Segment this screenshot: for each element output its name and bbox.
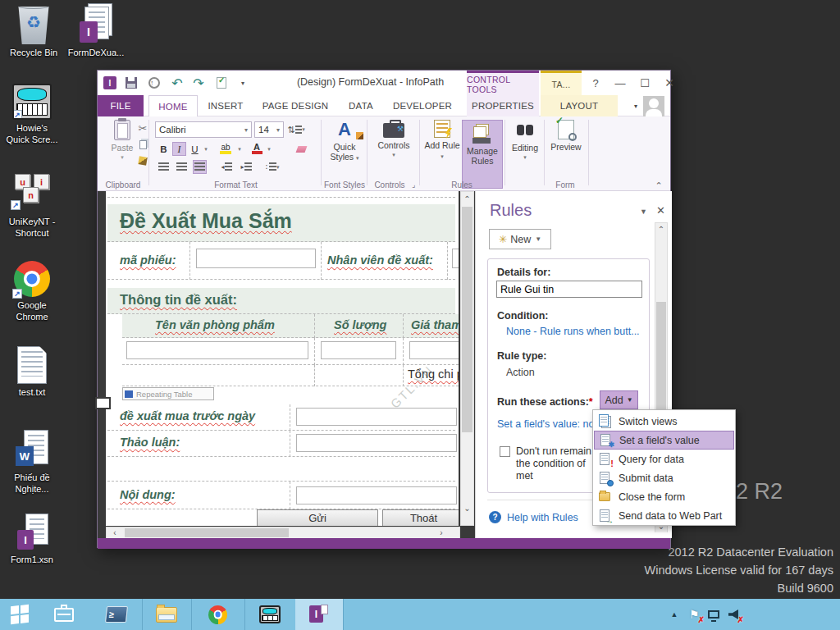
taskbar-server-manager[interactable]: [45, 599, 82, 630]
decrease-indent-icon[interactable]: ◂: [217, 160, 235, 174]
desktop-icon-recycle-bin[interactable]: ♻ Recycle Bin: [2, 3, 66, 58]
menu-item-submit-data[interactable]: Submit data: [594, 468, 734, 487]
ma-phieu-textbox[interactable]: [196, 249, 316, 268]
tab-data[interactable]: DATA: [337, 95, 385, 116]
action-link[interactable]: Set a field's value: no: [497, 418, 594, 430]
highlight-options-arrow-icon[interactable]: ▾: [235, 142, 244, 156]
font-color-button[interactable]: A: [249, 142, 265, 156]
scroll-right-icon[interactable]: ›: [435, 527, 448, 538]
desktop-icon-formdexuat[interactable]: I FormDeXua...: [64, 3, 128, 58]
menu-item-switch-views[interactable]: Switch views: [594, 412, 734, 431]
scrollbar-thumb[interactable]: [125, 528, 289, 537]
ribbon-options-arrow-icon[interactable]: ▾: [629, 95, 642, 116]
pane-menu-arrow-icon[interactable]: ▼: [640, 208, 647, 216]
publish-icon[interactable]: ↑: [145, 75, 163, 91]
scroll-up-icon[interactable]: ⌃: [461, 192, 473, 205]
taskbar-powershell[interactable]: ≥: [97, 599, 136, 630]
repeating-table-tag[interactable]: Repeating Table: [122, 387, 214, 400]
taskbar-file-explorer[interactable]: [142, 599, 191, 630]
tab-file[interactable]: FILE: [98, 95, 144, 116]
desktop-icon-form1xsn[interactable]: I Form1.xsn: [0, 514, 64, 565]
gui-button[interactable]: Gửi: [257, 509, 378, 526]
underline-options-arrow-icon[interactable]: ▾: [202, 142, 210, 156]
table-cell-textbox[interactable]: [321, 341, 396, 359]
form-title-section[interactable]: Đề Xuất Mua Sắm: [107, 204, 455, 242]
menu-item-query-for-data[interactable]: ! Query for data: [594, 450, 734, 468]
scroll-down-icon[interactable]: ⌄: [461, 501, 473, 514]
bullets-icon[interactable]: ∶▾: [262, 160, 283, 174]
qat-customize-icon[interactable]: ▾: [234, 75, 252, 91]
tab-properties[interactable]: PROPERTIES: [467, 95, 539, 116]
de-xuat-ngay-textbox[interactable]: [296, 408, 457, 426]
network-icon[interactable]: [705, 606, 722, 623]
volume-muted-icon[interactable]: ✗: [725, 606, 742, 623]
controls-dialog-launcher-icon[interactable]: ⌟: [409, 180, 418, 189]
clear-formatting-icon[interactable]: [294, 142, 308, 156]
align-left-button[interactable]: [157, 160, 171, 174]
font-size-combo[interactable]: 14▾: [254, 121, 284, 138]
line-spacing-icon[interactable]: ⇅▾: [286, 123, 306, 136]
font-color-options-arrow-icon[interactable]: ▾: [265, 142, 273, 156]
nhan-vien-textbox[interactable]: [452, 249, 459, 268]
action-center-flag-icon[interactable]: ⚑✗: [686, 606, 702, 623]
canvas-vertical-scrollbar[interactable]: ⌃ ⌄: [460, 191, 474, 526]
start-button[interactable]: [0, 599, 39, 630]
rule-name-input[interactable]: [496, 281, 642, 298]
desktop-icon-testtxt[interactable]: test.txt: [0, 346, 64, 398]
taskbar-infopath-active[interactable]: I: [295, 599, 343, 630]
pane-close-icon[interactable]: ✕: [656, 204, 665, 217]
scroll-up-icon[interactable]: ⌃: [655, 223, 667, 235]
repeating-table[interactable]: Tên văn phòng phẩm Số lượng Giá tham: [122, 314, 459, 386]
tab-home[interactable]: HOME: [148, 95, 198, 116]
taskbar-howie[interactable]: [244, 599, 295, 630]
add-action-button[interactable]: Add▼: [600, 390, 638, 409]
minimize-button[interactable]: —: [609, 74, 631, 92]
maximize-button[interactable]: ☐: [634, 74, 655, 92]
menu-item-set-field-value[interactable]: ✱ Set a field's value: [594, 431, 734, 450]
manage-rules-button[interactable]: Manage Rules: [462, 120, 503, 189]
form-section2-header[interactable]: Thông tin đề xuất:: [107, 288, 455, 314]
italic-button[interactable]: I: [172, 142, 186, 156]
design-checker-icon[interactable]: ✓: [212, 75, 231, 91]
canvas-horizontal-scrollbar[interactable]: ‹ ›: [106, 527, 460, 539]
align-right-button[interactable]: [193, 160, 207, 174]
table-cell-textbox[interactable]: [409, 341, 459, 359]
noi-dung-textbox[interactable]: [296, 486, 457, 504]
undo-icon[interactable]: ↶: [168, 75, 186, 91]
menu-item-send-data-to-web-part[interactable]: → Send data to Web Part: [594, 506, 734, 525]
condition-link[interactable]: None - Rule runs when butt...: [506, 326, 640, 337]
collapse-ribbon-icon[interactable]: ⌃: [652, 180, 665, 191]
menu-item-close-the-form[interactable]: Close the form: [594, 487, 734, 506]
help-button[interactable]: ?: [585, 74, 606, 92]
user-avatar[interactable]: [643, 96, 664, 116]
tray-show-hidden-icon[interactable]: ▲: [666, 606, 682, 623]
bold-button[interactable]: B: [157, 142, 171, 156]
tab-developer[interactable]: DEVELOPER: [385, 95, 460, 116]
contextual-tab-table[interactable]: TA...: [541, 71, 582, 95]
contextual-tab-control-tools[interactable]: CONTROL TOOLS: [467, 71, 539, 95]
thao-luan-textbox[interactable]: [296, 434, 457, 452]
quick-styles-button[interactable]: A Quick Styles ▾: [324, 120, 365, 163]
desktop-icon-unikey[interactable]: u i n ↗ UniKeyNT - Shortcut: [0, 174, 64, 239]
save-icon[interactable]: [122, 75, 140, 91]
thoat-button[interactable]: Thoát: [382, 509, 459, 526]
add-rule-button[interactable]: Add Rule ▾: [424, 120, 460, 162]
increase-indent-icon[interactable]: ▸: [237, 160, 255, 174]
font-name-combo[interactable]: Calibri▾: [155, 121, 252, 138]
scroll-left-icon[interactable]: ‹: [108, 527, 121, 538]
tab-layout[interactable]: LAYOUT: [541, 95, 618, 116]
tab-page-design[interactable]: PAGE DESIGN: [253, 95, 337, 116]
highlight-color-button[interactable]: ab: [216, 142, 235, 156]
dont-run-checkbox[interactable]: [500, 446, 510, 457]
help-with-rules-link[interactable]: ? Help with Rules: [489, 511, 578, 523]
editing-button[interactable]: Editing ▾: [508, 120, 542, 162]
form-canvas[interactable]: GTL.VN Đề Xuất Mua Sắm mã phiếu: Nhân vi…: [106, 191, 459, 526]
taskbar-chrome[interactable]: [191, 599, 244, 630]
redo-icon[interactable]: ↷: [189, 75, 208, 91]
table-cell-textbox[interactable]: [126, 341, 308, 359]
close-button[interactable]: ✕: [659, 74, 680, 92]
row-selection-handle[interactable]: [95, 397, 111, 409]
underline-button[interactable]: U: [188, 142, 202, 156]
preview-button[interactable]: ✓ Preview: [547, 120, 585, 152]
desktop-icon-chrome[interactable]: ↗ Google Chrome: [0, 261, 64, 322]
